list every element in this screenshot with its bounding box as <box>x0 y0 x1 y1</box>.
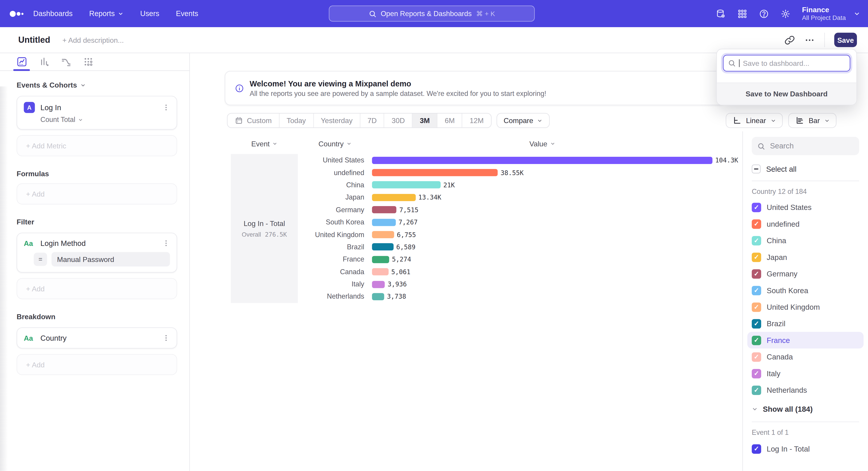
chart-category-label: Brazil <box>298 243 372 251</box>
filter-property-name[interactable]: Login Method <box>40 239 162 247</box>
chart-bar[interactable] <box>372 243 394 251</box>
chart-bar[interactable] <box>372 194 416 201</box>
country-checkbox[interactable]: ✓ <box>752 219 761 229</box>
country-checkbox[interactable]: ✓ <box>752 253 761 262</box>
legend-item-country[interactable]: ✓ South Korea <box>747 282 864 299</box>
legend-item-country[interactable]: ✓ France <box>747 332 864 348</box>
country-checkbox[interactable]: ✓ <box>752 385 761 395</box>
legend-item-country[interactable]: ✓ United States <box>747 199 864 215</box>
project-selector[interactable]: Finance All Project Data <box>802 5 860 22</box>
chart-bar[interactable] <box>372 218 396 226</box>
country-checkbox[interactable]: ✓ <box>752 203 761 212</box>
global-search-button[interactable]: Open Reports & Dashboards ⌘ + K <box>329 5 535 22</box>
nav-item-dashboards[interactable]: Dashboards <box>33 9 72 18</box>
metric-aggregation-selector[interactable]: Count Total <box>40 116 83 123</box>
range-button-6m[interactable]: 6M <box>438 114 463 127</box>
add-metric-button[interactable]: + Add Metric <box>17 135 177 156</box>
more-actions-icon[interactable] <box>804 35 815 45</box>
kebab-menu-icon[interactable] <box>162 333 170 342</box>
compare-button[interactable]: Compare <box>496 113 550 128</box>
country-checkbox[interactable]: ✓ <box>752 369 761 378</box>
range-button-12m[interactable]: 12M <box>463 114 491 127</box>
breakdown-card-country[interactable]: Aa Country <box>17 327 177 348</box>
add-description-placeholder[interactable]: + Add description... <box>62 36 124 44</box>
add-filter-button[interactable]: + Add <box>17 278 177 299</box>
show-all-label: Show all (184) <box>763 405 813 413</box>
project-scope: All Project Data <box>802 14 846 22</box>
nav-item-users[interactable]: Users <box>140 9 159 18</box>
column-header-event[interactable]: Event <box>231 139 298 148</box>
nav-item-events[interactable]: Events <box>176 9 198 18</box>
country-checkbox[interactable]: ✓ <box>752 352 761 361</box>
column-header-country[interactable]: Country <box>298 139 372 148</box>
legend-item-country[interactable]: ✓ Brazil <box>747 315 864 332</box>
select-all-row[interactable]: Select all <box>752 165 859 173</box>
filter-card-login-method[interactable]: Aa Login Method = Manual Password <box>17 233 177 273</box>
tab-funnels[interactable] <box>37 53 51 70</box>
range-button-yesterday[interactable]: Yesterday <box>313 114 360 127</box>
country-checkbox[interactable]: ✓ <box>752 302 761 312</box>
legend-item-country[interactable]: ✓ Canada <box>747 348 864 365</box>
legend-search-input[interactable]: Search <box>752 137 859 155</box>
chart-bar[interactable] <box>372 181 440 189</box>
legend-item-country[interactable]: ✓ Japan <box>747 249 864 265</box>
data-sources-icon[interactable] <box>716 8 725 19</box>
country-checkbox[interactable]: ✓ <box>752 319 761 328</box>
save-dashboard-search-input[interactable]: Save to dashboard... <box>723 55 850 71</box>
event-item-checkbox[interactable]: ✓ <box>752 444 761 453</box>
mixpanel-logo-icon[interactable] <box>9 9 33 18</box>
column-header-value[interactable]: Value <box>372 139 712 148</box>
country-checkbox[interactable]: ✓ <box>752 236 761 245</box>
range-button-custom[interactable]: Custom <box>228 114 280 127</box>
save-to-new-dashboard-button[interactable]: Save to New Dashboard <box>717 83 856 105</box>
show-all-toggle[interactable]: Show all (184) <box>752 401 859 417</box>
tab-insights[interactable] <box>14 53 29 70</box>
copy-link-icon[interactable] <box>784 35 795 45</box>
breakdown-property-name[interactable]: Country <box>40 334 162 342</box>
chart-bar[interactable] <box>372 206 397 213</box>
range-button-today[interactable]: Today <box>279 114 313 127</box>
legend-item-country[interactable]: ✓ undefined <box>747 215 864 232</box>
settings-gear-icon[interactable] <box>780 8 790 19</box>
legend-item-country[interactable]: ✓ China <box>747 232 864 248</box>
chart-bar[interactable] <box>372 268 389 275</box>
scale-selector[interactable]: Linear <box>725 113 783 128</box>
filter-operator-chip[interactable]: = <box>34 253 47 266</box>
tab-flows[interactable] <box>59 53 73 70</box>
chart-bar[interactable] <box>372 281 385 288</box>
event-series-cell[interactable]: Log In - Total Overall 276.5K <box>231 154 298 303</box>
add-breakdown-button[interactable]: + Add <box>17 354 177 375</box>
help-icon[interactable] <box>759 8 769 19</box>
country-checkbox[interactable]: ✓ <box>752 286 761 295</box>
range-button-3m[interactable]: 3M <box>412 114 437 127</box>
save-button[interactable]: Save <box>834 33 857 47</box>
report-title[interactable]: Untitled <box>18 35 50 45</box>
nav-item-reports[interactable]: Reports <box>89 9 124 18</box>
chart-type-selector[interactable]: Bar <box>788 113 837 128</box>
legend-item-country[interactable]: ✓ Netherlands <box>747 382 864 398</box>
chart-bar[interactable] <box>372 256 389 263</box>
range-button-30d[interactable]: 30D <box>384 114 413 127</box>
kebab-menu-icon[interactable] <box>162 239 170 248</box>
chart-bar[interactable] <box>372 169 498 176</box>
events-cohorts-section-label[interactable]: Events & Cohorts <box>17 81 177 89</box>
metric-event-name[interactable]: Log In <box>40 104 162 112</box>
country-checkbox[interactable]: ✓ <box>752 335 761 345</box>
tab-retention[interactable] <box>81 53 95 70</box>
chart-row: France 5,274 <box>298 253 743 266</box>
filter-value-chip[interactable]: Manual Password <box>52 252 170 266</box>
add-formula-button[interactable]: + Add <box>17 183 177 205</box>
legend-item-country[interactable]: ✓ Germany <box>747 265 864 282</box>
range-button-7d[interactable]: 7D <box>360 114 384 127</box>
apps-grid-icon[interactable] <box>737 8 747 19</box>
country-checkbox[interactable]: ✓ <box>752 269 761 278</box>
legend-item-country[interactable]: ✓ Italy <box>747 365 864 382</box>
chart-bar[interactable] <box>372 231 394 238</box>
chart-bar[interactable] <box>372 293 384 300</box>
kebab-menu-icon[interactable] <box>162 103 170 112</box>
legend-item-country[interactable]: ✓ United Kingdom <box>747 299 864 315</box>
legend-item-event[interactable]: ✓ Log In - Total <box>747 440 864 457</box>
metric-card-log-in[interactable]: A Log In Count Total <box>17 96 177 129</box>
chart-bar[interactable] <box>372 156 712 164</box>
select-all-checkbox[interactable] <box>752 165 761 173</box>
